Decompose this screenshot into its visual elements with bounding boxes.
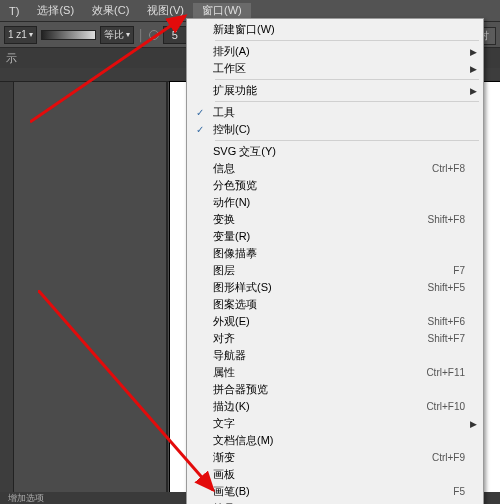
menu-item[interactable]: 图案选项 <box>189 296 481 313</box>
menu-item[interactable]: 导航器 <box>189 347 481 364</box>
check-icon: ✓ <box>189 124 211 135</box>
status-text: 增加选项 <box>8 492 44 505</box>
menu-window[interactable]: 窗口(W) <box>193 3 251 18</box>
menu-shortcut: F5 <box>453 486 481 497</box>
scale-label: 等比 <box>104 28 124 42</box>
points-input[interactable]: 5 <box>163 26 187 44</box>
menu-item-label: 画笔(B) <box>211 484 453 499</box>
menu-item[interactable]: 图像描摹 <box>189 245 481 262</box>
ruler-vertical <box>0 82 14 492</box>
menu-shortcut: Shift+F8 <box>427 214 481 225</box>
menu-item[interactable]: 符号Shift+Ctrl+F11 <box>189 500 481 504</box>
menu-item[interactable]: 属性Ctrl+F11 <box>189 364 481 381</box>
chevron-right-icon: ▶ <box>470 419 477 429</box>
menu-item-label: 外观(E) <box>211 314 427 329</box>
menu-item[interactable]: 变量(R) <box>189 228 481 245</box>
menu-item[interactable]: 图层F7 <box>189 262 481 279</box>
window-menu-popup: 新建窗口(W)排列(A)▶工作区▶扩展功能▶✓工具✓控制(C)SVG 交互(Y)… <box>186 18 484 504</box>
menu-item[interactable]: 扩展功能▶ <box>189 82 481 99</box>
menu-shortcut: Ctrl+F8 <box>432 163 481 174</box>
chevron-down-icon: ▾ <box>29 30 33 39</box>
menu-item-label: 对齐 <box>211 331 427 346</box>
menu-item[interactable]: 分色预览 <box>189 177 481 194</box>
menu-item[interactable]: 新建窗口(W) <box>189 21 481 38</box>
menu-shortcut: Shift+F7 <box>427 333 481 344</box>
pane-separator[interactable] <box>166 82 168 492</box>
chevron-right-icon: ▶ <box>470 47 477 57</box>
shape-icon <box>149 30 159 40</box>
menu-item[interactable]: 工作区▶ <box>189 60 481 77</box>
menu-item-label: 图形样式(S) <box>211 280 427 295</box>
menu-item[interactable]: 外观(E)Shift+F6 <box>189 313 481 330</box>
check-icon: ✓ <box>189 107 211 118</box>
menu-shortcut: Ctrl+F11 <box>426 367 481 378</box>
menu-item-label: 渐变 <box>211 450 432 465</box>
divider: │ <box>138 29 145 41</box>
menu-item[interactable]: 对齐Shift+F7 <box>189 330 481 347</box>
menu-separator <box>215 101 479 102</box>
menu-separator <box>215 140 479 141</box>
tab-title[interactable]: 示 <box>6 51 17 66</box>
menu-item[interactable]: 渐变Ctrl+F9 <box>189 449 481 466</box>
menu-item-label: 工具 <box>211 105 481 120</box>
menu-item-label: 控制(C) <box>211 122 481 137</box>
zoom-value: 1 z1 <box>8 29 27 40</box>
menu-select[interactable]: 选择(S) <box>28 3 83 18</box>
menu-item-label: 图案选项 <box>211 297 481 312</box>
menu-item[interactable]: 文字▶ <box>189 415 481 432</box>
chevron-right-icon: ▶ <box>470 86 477 96</box>
menu-effect[interactable]: 效果(C) <box>83 3 138 18</box>
menu-item-label: SVG 交互(Y) <box>211 144 481 159</box>
menu-item-label: 导航器 <box>211 348 481 363</box>
menu-separator <box>215 40 479 41</box>
menu-item[interactable]: 变换Shift+F8 <box>189 211 481 228</box>
menu-item[interactable]: ✓控制(C) <box>189 121 481 138</box>
menu-item[interactable]: 图形样式(S)Shift+F5 <box>189 279 481 296</box>
menu-item-label: 动作(N) <box>211 195 481 210</box>
chevron-down-icon: ▾ <box>126 30 130 39</box>
menu-item-label: 变量(R) <box>211 229 481 244</box>
chevron-right-icon: ▶ <box>470 64 477 74</box>
menu-shortcut: Shift+F6 <box>427 316 481 327</box>
menu-item[interactable]: 文档信息(M) <box>189 432 481 449</box>
menu-item[interactable]: 描边(K)Ctrl+F10 <box>189 398 481 415</box>
menu-item-label: 工作区 <box>211 61 481 76</box>
menu-item[interactable]: ✓工具 <box>189 104 481 121</box>
menu-item-label: 文字 <box>211 416 481 431</box>
menu-shortcut: F7 <box>453 265 481 276</box>
menu-item[interactable]: 动作(N) <box>189 194 481 211</box>
menu-item-label: 画板 <box>211 467 481 482</box>
stroke-slider[interactable] <box>41 30 96 40</box>
menu-item[interactable]: 排列(A)▶ <box>189 43 481 60</box>
menu-t[interactable]: T) <box>0 5 28 17</box>
menu-item[interactable]: 信息Ctrl+F8 <box>189 160 481 177</box>
menu-item[interactable]: 画板 <box>189 466 481 483</box>
menu-shortcut: Ctrl+F10 <box>426 401 481 412</box>
menu-item[interactable]: SVG 交互(Y) <box>189 143 481 160</box>
menu-item[interactable]: 画笔(B)F5 <box>189 483 481 500</box>
menu-item-label: 图层 <box>211 263 453 278</box>
menu-item-label: 变换 <box>211 212 427 227</box>
menu-item-label: 图像描摹 <box>211 246 481 261</box>
menu-item[interactable]: 拼合器预览 <box>189 381 481 398</box>
menu-item-label: 拼合器预览 <box>211 382 481 397</box>
menu-separator <box>215 79 479 80</box>
menu-item-label: 新建窗口(W) <box>211 22 481 37</box>
scale-dropdown[interactable]: 等比 ▾ <box>100 26 134 44</box>
menu-item-label: 文档信息(M) <box>211 433 481 448</box>
menu-item-label: 描边(K) <box>211 399 426 414</box>
menu-shortcut: Shift+F5 <box>427 282 481 293</box>
menu-item-label: 排列(A) <box>211 44 481 59</box>
zoom-dropdown[interactable]: 1 z1 ▾ <box>4 26 37 44</box>
menu-item-label: 分色预览 <box>211 178 481 193</box>
menu-shortcut: Ctrl+F9 <box>432 452 481 463</box>
menu-item-label: 扩展功能 <box>211 83 481 98</box>
menu-item-label: 信息 <box>211 161 432 176</box>
menu-item-label: 属性 <box>211 365 426 380</box>
menu-view[interactable]: 视图(V) <box>138 3 193 18</box>
